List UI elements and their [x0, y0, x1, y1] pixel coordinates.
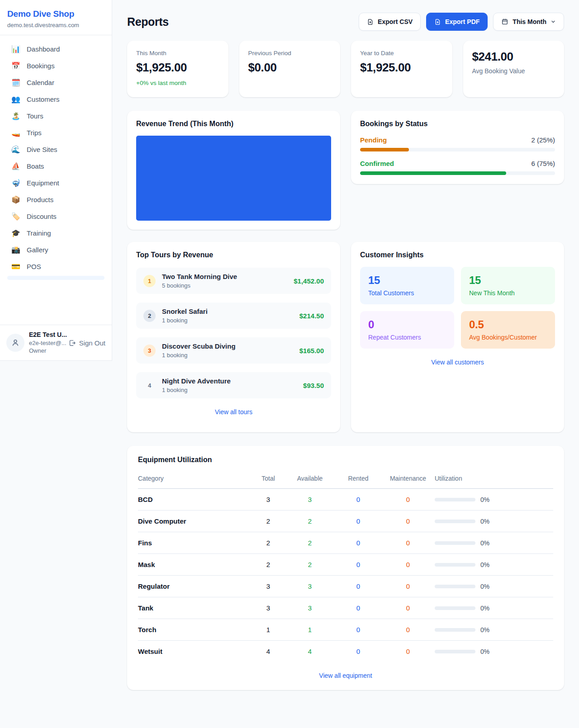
progress-fill [360, 171, 506, 175]
cell-available: 2 [285, 532, 335, 554]
customer-insights-card: Customer Insights 15 Total Customers 15 … [351, 242, 564, 432]
cell-total: 3 [252, 576, 285, 597]
sidebar-item-label: Training [27, 229, 51, 237]
sidebar-item-discounts[interactable]: 🏷️ Discounts [4, 208, 108, 225]
cell-category: Torch [138, 619, 252, 641]
utilization-bar [435, 520, 475, 523]
utilization-percent: 0% [480, 605, 489, 612]
utilization-cell: 0% [435, 605, 553, 612]
tile-value: 0 [368, 318, 446, 331]
sidebar-item-bookings[interactable]: 📅 Bookings [4, 57, 108, 74]
cell-rented: 0 [335, 532, 381, 554]
utilization-bar [435, 606, 475, 610]
stat-label: Avg Booking Value [472, 67, 555, 75]
rank-badge: 4 [143, 379, 156, 392]
tile-value: 15 [368, 274, 446, 287]
export-pdf-button[interactable]: Export PDF [426, 13, 488, 31]
tour-list-item: 1 Two Tank Morning Dive 5 bookings $1,45… [136, 268, 331, 294]
user-role: Owner [29, 347, 64, 355]
view-all-equipment-link[interactable]: View all equipment [138, 672, 553, 679]
utilization-percent: 0% [480, 648, 489, 655]
sidebar-item-training[interactable]: 🎓 Training [4, 225, 108, 241]
cell-rented: 0 [335, 641, 381, 662]
revenue-trend-card: Revenue Trend (This Month) [127, 111, 340, 230]
sidebar-item-pos[interactable]: 💳 POS [4, 258, 108, 275]
utilization-bar [435, 650, 475, 653]
view-all-customers-link[interactable]: View all customers [360, 359, 555, 366]
stat-value: $1,925.00 [136, 61, 219, 75]
sign-out-label: Sign Out [79, 339, 105, 347]
sidebar-item-calendar[interactable]: 🗓️ Calendar [4, 74, 108, 91]
table-row: Regulator 3 3 0 0 0% [138, 576, 553, 597]
sidebar-item-gallery[interactable]: 📸 Gallery [4, 241, 108, 258]
cell-available: 2 [285, 554, 335, 576]
chevron-down-icon [551, 19, 556, 24]
sidebar-item-label: Trips [27, 129, 42, 137]
tour-bookings: 1 booking [162, 317, 208, 324]
tour-list-item: 3 Discover Scuba Diving 1 booking $165.0… [136, 337, 331, 364]
revenue-trend-title: Revenue Trend (This Month) [136, 120, 331, 128]
customer-insights-title: Customer Insights [360, 251, 555, 259]
sidebar-item-label: Bookings [27, 62, 55, 70]
sign-out-button[interactable]: Sign Out [68, 339, 105, 347]
view-all-tours-link[interactable]: View all tours [136, 408, 331, 416]
tours-insights-row: Top Tours by Revenue 1 Two Tank Morning … [127, 242, 564, 432]
tour-bookings: 1 booking [162, 352, 236, 359]
sidebar-item-dive-sites[interactable]: 🌊 Dive Sites [4, 141, 108, 158]
shop-name: Demo Dive Shop [7, 9, 104, 19]
period-select[interactable]: This Month [493, 13, 564, 31]
export-csv-button[interactable]: Export CSV [359, 13, 421, 31]
graduation-cap-icon: 🎓 [11, 230, 21, 237]
status-label: Pending [360, 136, 387, 144]
person-icon [11, 338, 20, 347]
cell-category: Mask [138, 554, 252, 576]
cell-rented: 0 [335, 576, 381, 597]
insight-tile-repeat-customers: 0 Repeat Customers [360, 311, 454, 349]
table-row: Wetsuit 4 4 0 0 0% [138, 641, 553, 662]
sidebar-item-label: Dive Sites [27, 146, 57, 153]
user-email: e2e-tester@... [29, 339, 64, 347]
stat-value: $241.00 [472, 50, 555, 64]
utilization-percent: 0% [480, 626, 489, 633]
tag-icon: 🏷️ [11, 213, 21, 220]
insight-tile-new-this-month: 15 New This Month [461, 267, 555, 304]
cell-available: 4 [285, 641, 335, 662]
stat-card-previous-period: Previous Period $0.00 [239, 41, 341, 97]
tour-text: Night Dive Adventure 1 booking [162, 377, 231, 393]
stat-label: Previous Period [248, 50, 332, 57]
rank-badge: 2 [143, 310, 156, 322]
sidebar-item-label: Equipment [27, 179, 59, 187]
status-row-pending: Pending 2 (25%) [360, 136, 555, 151]
shop-domain: demo.test.divestreams.com [7, 22, 104, 28]
cell-category: Fins [138, 532, 252, 554]
sidebar-item-customers[interactable]: 👥 Customers [4, 91, 108, 108]
sidebar-item-boats[interactable]: ⛵ Boats [4, 158, 108, 175]
cell-total: 2 [252, 532, 285, 554]
tour-amount: $214.50 [299, 312, 324, 320]
cell-total: 1 [252, 619, 285, 641]
tour-amount: $1,452.00 [294, 277, 324, 285]
revenue-trend-bar-chart [136, 136, 331, 221]
utilization-bar [435, 628, 475, 632]
sidebar-item-label: Gallery [27, 246, 48, 254]
tour-amount: $165.00 [299, 347, 324, 355]
status-row-confirmed: Confirmed 6 (75%) [360, 160, 555, 175]
sidebar-item-reports-partial[interactable] [7, 276, 104, 280]
utilization-cell: 0% [435, 583, 553, 590]
tour-name: Discover Scuba Diving [162, 342, 236, 350]
table-row: BCD 3 3 0 0 0% [138, 489, 553, 511]
page-header: Reports Export CSV Export PDF This Month [127, 13, 564, 31]
progress-track [360, 171, 555, 175]
sidebar-item-tours[interactable]: 🏝️ Tours [4, 108, 108, 124]
col-available: Available [285, 470, 335, 489]
sidebar-item-trips[interactable]: 🚤 Trips [4, 124, 108, 141]
sidebar-item-equipment[interactable]: 🤿 Equipment [4, 175, 108, 191]
cell-category: Wetsuit [138, 641, 252, 662]
table-row: Dive Computer 2 2 0 0 0% [138, 511, 553, 532]
tile-value: 15 [469, 274, 547, 287]
utilization-bar [435, 541, 475, 545]
sidebar-item-dashboard[interactable]: 📊 Dashboard [4, 41, 108, 57]
tile-label: New This Month [469, 289, 547, 297]
tour-text: Snorkel Safari 1 booking [162, 307, 208, 324]
sidebar-item-products[interactable]: 📦 Products [4, 191, 108, 208]
